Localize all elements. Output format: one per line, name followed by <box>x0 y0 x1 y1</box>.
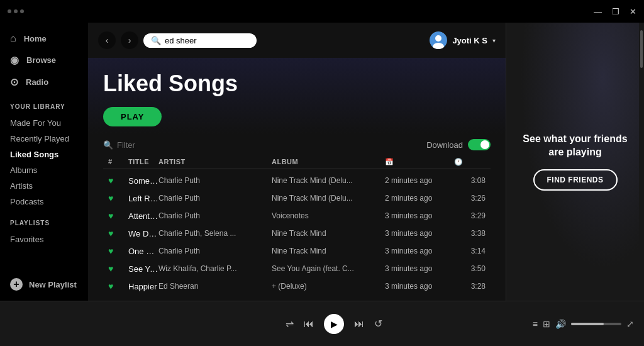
track-added: 3 minutes ago <box>385 282 454 291</box>
title-bar: — ❐ ✕ <box>0 0 644 23</box>
track-album: Nine Track Mind <box>272 247 385 255</box>
sidebar-item-recently-played[interactable]: Recently Played <box>0 131 88 147</box>
track-title: Left Right Left <box>128 194 158 203</box>
filter-wrap: 🔍 <box>103 140 223 150</box>
track-artist: Charlie Puth <box>158 211 272 220</box>
track-info: Happier <box>128 282 158 291</box>
track-title: Some Type of Love <box>128 176 158 186</box>
table-row[interactable]: ♥ One Call Away Charlie Puth Nine Track … <box>103 242 491 260</box>
table-row[interactable]: ♥ Happier Ed Sheeran + (Deluxe) 3 minute… <box>103 277 491 295</box>
new-playlist-label: New Playlist <box>29 280 77 289</box>
sidebar-item-browse[interactable]: ◉ Browse <box>0 49 88 71</box>
filter-row: 🔍 Download <box>88 134 506 155</box>
repeat-button[interactable]: ↺ <box>374 318 382 330</box>
fullscreen-button[interactable]: ⤢ <box>626 319 634 329</box>
search-icon: 🔍 <box>151 36 161 45</box>
volume-icon-button[interactable]: 🔊 <box>555 319 566 329</box>
track-info: Left Right Left <box>128 194 158 203</box>
next-button[interactable]: ⏭ <box>354 318 364 330</box>
track-added: 3 minutes ago <box>385 247 454 255</box>
header-title: TITLE <box>128 158 158 166</box>
track-album: See You Again (feat. C... <box>272 264 385 273</box>
shuffle-button[interactable]: ⇌ <box>286 318 294 330</box>
heart-icon[interactable]: ♥ <box>108 264 128 274</box>
devices-button[interactable]: ⊞ <box>543 319 550 329</box>
sidebar-item-home[interactable]: ⌂ Home <box>0 28 88 49</box>
minimize-button[interactable]: — <box>594 7 602 16</box>
forward-button[interactable]: › <box>121 31 138 49</box>
sidebar-item-radio-label: Radio <box>26 77 48 87</box>
heart-icon[interactable]: ♥ <box>108 281 128 291</box>
track-duration: 3:26 <box>454 194 486 203</box>
table-row[interactable]: ♥ See You Again (feat. Charlie Puth) Wiz… <box>103 260 491 277</box>
your-library-section-label: YOUR LIBRARY <box>0 93 88 115</box>
track-added: 2 minutes ago <box>385 194 454 203</box>
radio-icon: ⊙ <box>10 76 18 88</box>
title-bar-controls[interactable]: — ❐ ✕ <box>594 7 636 16</box>
filter-search-icon: 🔍 <box>103 140 113 150</box>
heart-icon[interactable]: ♥ <box>108 228 128 238</box>
heart-icon[interactable]: ♥ <box>108 211 128 221</box>
play-button[interactable]: PLAY <box>103 107 162 126</box>
filter-input[interactable] <box>117 140 223 150</box>
home-icon: ⌂ <box>10 33 16 44</box>
track-added: 3 minutes ago <box>385 211 454 220</box>
user-area[interactable]: Jyoti K S ▾ <box>430 31 496 49</box>
track-artist: Wiz Khalifa, Charlie P... <box>158 264 272 273</box>
svg-point-1 <box>435 35 441 42</box>
sidebar-item-made-for-you[interactable]: Made For You <box>0 115 88 131</box>
download-label: Download <box>426 140 463 150</box>
table-row[interactable]: ♥ I Don't Care (with Justin Bieber) Ed S… <box>103 295 491 301</box>
tracks-table: # TITLE ARTIST ALBUM 📅 🕐 ♥ Some Type of … <box>88 155 506 301</box>
page-title: Liked Songs <box>103 70 491 97</box>
download-toggle[interactable] <box>468 139 491 150</box>
sidebar-item-radio[interactable]: ⊙ Radio <box>0 71 88 93</box>
volume-bar[interactable] <box>571 323 621 325</box>
track-duration: 3:29 <box>454 211 486 220</box>
playlists-section-label: PLAYLISTS <box>0 209 88 232</box>
tracks-header: # TITLE ARTIST ALBUM 📅 🕐 <box>103 155 491 169</box>
sidebar-playlist-favorites[interactable]: Favorites <box>0 232 88 247</box>
sidebar-item-liked-songs[interactable]: Liked Songs <box>0 147 88 162</box>
player-controls: ⇌ ⏮ ▶ ⏭ ↺ <box>136 314 533 334</box>
new-playlist-button[interactable]: + New Playlist <box>0 273 88 296</box>
maximize-button[interactable]: ❐ <box>612 7 619 16</box>
sidebar-item-albums[interactable]: Albums <box>0 162 88 178</box>
table-row[interactable]: ♥ Left Right Left Charlie Puth Nine Trac… <box>103 189 491 207</box>
table-row[interactable]: ♥ Some Type of Love Charlie Puth Nine Tr… <box>103 172 491 189</box>
table-row[interactable]: ♥ We Don't Talk Anymore (feat. Selena Go… <box>103 225 491 242</box>
track-artist: Charlie Puth <box>158 194 272 203</box>
track-duration: 3:08 <box>454 176 486 185</box>
track-info: Some Type of Love <box>128 176 158 186</box>
track-added: 3 minutes ago <box>385 229 454 238</box>
back-button[interactable]: ‹ <box>98 31 116 49</box>
prev-button[interactable]: ⏮ <box>304 318 314 330</box>
track-album: Voicenotes <box>272 211 385 220</box>
sidebar-item-podcasts[interactable]: Podcasts <box>0 194 88 209</box>
track-title: We Don't Talk Anymore (feat. Selena Gome… <box>128 229 158 238</box>
right-panel: See what your friends are playing FIND F… <box>506 23 644 301</box>
heart-icon[interactable]: ♥ <box>108 246 128 256</box>
track-artist: Ed Sheeran <box>158 282 272 291</box>
liked-songs-content: Liked Songs PLAY 🔍 Download # TITLE ARTI… <box>88 58 506 301</box>
table-row[interactable]: ♥ Attention Charlie Puth Voicenotes 3 mi… <box>103 207 491 225</box>
track-artist: Charlie Puth <box>158 247 272 255</box>
search-input[interactable] <box>165 36 253 45</box>
heart-icon[interactable]: ♥ <box>108 176 128 186</box>
find-friends-button[interactable]: FIND FRIENDS <box>533 169 618 191</box>
close-button[interactable]: ✕ <box>630 7 636 16</box>
download-toggle-wrap: Download <box>426 139 491 150</box>
track-info: Attention <box>128 211 158 221</box>
heart-icon[interactable]: ♥ <box>108 193 128 203</box>
queue-button[interactable]: ≡ <box>533 319 538 329</box>
play-pause-button[interactable]: ▶ <box>324 314 344 334</box>
search-bar[interactable]: 🔍 <box>143 33 257 48</box>
track-info: We Don't Talk Anymore (feat. Selena Gome… <box>128 229 158 238</box>
right-panel-content: See what your friends are playing FIND F… <box>506 118 644 206</box>
track-duration: 3:28 <box>454 282 486 291</box>
track-artist: Charlie Puth <box>158 176 272 185</box>
title-bar-dots <box>8 9 24 13</box>
sidebar-item-artists[interactable]: Artists <box>0 178 88 194</box>
plus-icon: + <box>10 278 23 291</box>
liked-songs-header: Liked Songs PLAY <box>88 58 506 134</box>
